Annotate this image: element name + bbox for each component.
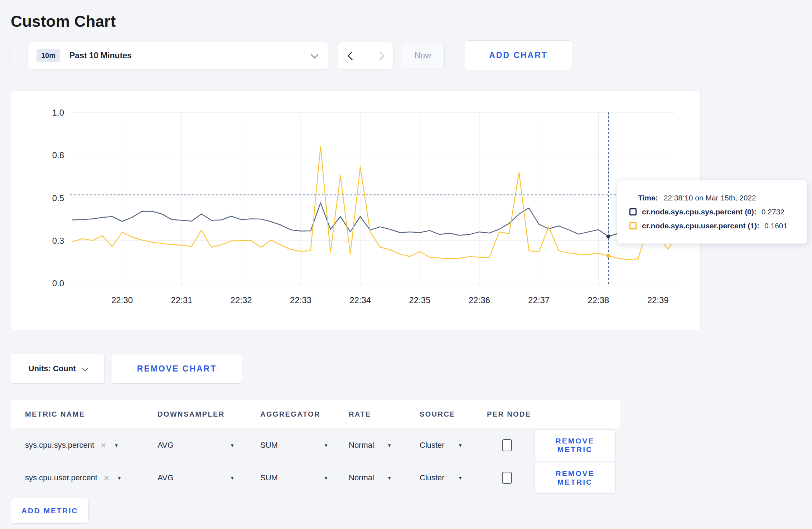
svg-text:22:32: 22:32 — [231, 295, 252, 305]
svg-text:22:33: 22:33 — [290, 295, 311, 305]
caret-down-icon: ▼ — [458, 443, 463, 448]
caret-down-icon[interactable]: ▼ — [117, 475, 122, 481]
downsampler-value: AVG — [158, 473, 174, 482]
tooltip-time-value: 22:38:10 on Mar 15th, 2022 — [664, 194, 756, 202]
time-nav-group — [338, 42, 394, 69]
source-select[interactable]: Cluster ▼ — [420, 441, 463, 450]
downsampler-value: AVG — [158, 441, 174, 450]
table-row: sys.cpu.sys.percent × ▼ AVG ▼ SUM ▼ Norm… — [11, 429, 701, 461]
column-header-rate: RATE — [349, 410, 420, 418]
tooltip-series-value: 0.1601 — [764, 222, 787, 230]
tooltip-time-row: Time: 22:38:10 on Mar 15th, 2022 — [638, 194, 807, 202]
tooltip-time-label: Time: — [638, 194, 658, 202]
tooltip-series-name: cr.node.sys.cpu.sys.percent (0): — [642, 208, 757, 216]
aggregator-select[interactable]: SUM ▼ — [260, 473, 328, 482]
svg-text:0.3: 0.3 — [52, 236, 64, 246]
metric-name-value[interactable]: sys.cpu.user.percent — [25, 473, 97, 482]
source-value: Cluster — [420, 473, 445, 482]
column-header-metric-name: METRIC NAME — [11, 410, 158, 418]
caret-down-icon: ▼ — [324, 443, 328, 448]
page-title: Custom Chart — [11, 11, 116, 32]
toolbar-divider — [10, 42, 10, 69]
add-metric-button[interactable]: ADD METRIC — [11, 498, 89, 524]
per-node-checkbox[interactable] — [502, 472, 512, 484]
caret-down-icon: ▼ — [230, 475, 235, 481]
caret-down-icon: ▼ — [458, 475, 463, 481]
downsampler-select[interactable]: AVG ▼ — [158, 441, 235, 450]
svg-text:0.8: 0.8 — [52, 150, 64, 160]
remove-metric-button[interactable]: REMOVE METRIC — [534, 429, 616, 461]
svg-text:22:34: 22:34 — [349, 295, 371, 305]
next-time-button[interactable] — [366, 42, 394, 69]
units-label: Units: Count — [29, 364, 76, 373]
prev-time-button[interactable] — [338, 42, 366, 69]
chart-tooltip: Time: 22:38:10 on Mar 15th, 2022 cr.node… — [617, 180, 807, 244]
svg-text:22:39: 22:39 — [647, 295, 669, 305]
tooltip-series-value: 0.2732 — [762, 208, 784, 216]
rate-select[interactable]: Normal ▼ — [349, 441, 392, 450]
time-window-select[interactable]: 10m Past 10 Minutes — [28, 42, 328, 69]
column-header-aggregator: AGGREGATOR — [260, 410, 349, 418]
time-window-label: Past 10 Minutes — [69, 51, 132, 60]
svg-text:22:31: 22:31 — [171, 295, 192, 305]
sys-series-swatch-icon — [629, 208, 637, 215]
chevron-left-icon — [348, 51, 357, 60]
aggregator-select[interactable]: SUM ▼ — [260, 441, 328, 450]
svg-text:22:38: 22:38 — [588, 295, 609, 305]
chevron-right-icon — [375, 51, 384, 60]
rate-select[interactable]: Normal ▼ — [349, 473, 392, 482]
downsampler-select[interactable]: AVG ▼ — [158, 473, 235, 482]
clear-metric-icon[interactable]: × — [101, 441, 106, 450]
rate-value: Normal — [349, 441, 374, 450]
chevron-down-icon — [82, 365, 88, 371]
rate-value: Normal — [349, 473, 374, 482]
source-select[interactable]: Cluster ▼ — [420, 473, 463, 482]
caret-down-icon[interactable]: ▼ — [114, 443, 119, 448]
table-row: sys.cpu.user.percent × ▼ AVG ▼ SUM ▼ Nor… — [11, 462, 701, 494]
caret-down-icon: ▼ — [387, 475, 392, 481]
now-button[interactable]: Now — [401, 42, 445, 69]
tooltip-series-row: cr.node.sys.cpu.sys.percent (0): 0.2732 — [629, 208, 807, 216]
tooltip-series-name: cr.node.sys.cpu.user.percent (1): — [642, 222, 759, 230]
svg-text:22:37: 22:37 — [528, 295, 550, 305]
custom-chart-page: Custom Chart 10m Past 10 Minutes Now ADD… — [0, 0, 812, 529]
column-header-downsampler: DOWNSAMPLER — [158, 410, 260, 418]
timeseries-chart[interactable]: 0.00.30.50.81.022:3022:3122:3222:3322:34… — [11, 91, 700, 330]
column-header-per-node: PER NODE — [487, 410, 620, 418]
user-series-swatch-icon — [629, 222, 637, 229]
tooltip-series-row: cr.node.sys.cpu.user.percent (1): 0.1601 — [629, 222, 807, 230]
clear-metric-icon[interactable]: × — [104, 473, 109, 482]
time-window-badge: 10m — [37, 49, 60, 62]
svg-text:22:36: 22:36 — [469, 295, 490, 305]
chart-card: 0.00.30.50.81.022:3022:3122:3222:3322:34… — [11, 91, 701, 330]
remove-metric-button[interactable]: REMOVE METRIC — [534, 462, 616, 494]
column-header-source: SOURCE — [420, 410, 487, 418]
per-node-checkbox[interactable] — [502, 439, 512, 451]
metric-name-select[interactable]: sys.cpu.user.percent × ▼ — [11, 473, 158, 482]
aggregator-value: SUM — [260, 441, 278, 450]
svg-text:22:35: 22:35 — [409, 295, 430, 305]
source-value: Cluster — [420, 441, 445, 450]
caret-down-icon: ▼ — [387, 443, 392, 448]
remove-chart-button[interactable]: REMOVE CHART — [112, 354, 242, 384]
chevron-down-icon — [311, 51, 318, 58]
units-select[interactable]: Units: Count — [11, 354, 105, 384]
svg-text:1.0: 1.0 — [52, 108, 64, 117]
svg-text:0.0: 0.0 — [52, 278, 64, 288]
metric-name-select[interactable]: sys.cpu.sys.percent × ▼ — [11, 441, 158, 450]
aggregator-value: SUM — [260, 473, 278, 482]
caret-down-icon: ▼ — [324, 475, 328, 481]
metric-name-value[interactable]: sys.cpu.sys.percent — [25, 441, 94, 450]
add-chart-button[interactable]: ADD CHART — [465, 40, 572, 70]
svg-text:0.5: 0.5 — [52, 193, 64, 203]
caret-down-icon: ▼ — [230, 443, 235, 448]
svg-text:22:30: 22:30 — [111, 295, 133, 305]
metrics-table-header: METRIC NAME DOWNSAMPLER AGGREGATOR RATE … — [11, 400, 620, 428]
